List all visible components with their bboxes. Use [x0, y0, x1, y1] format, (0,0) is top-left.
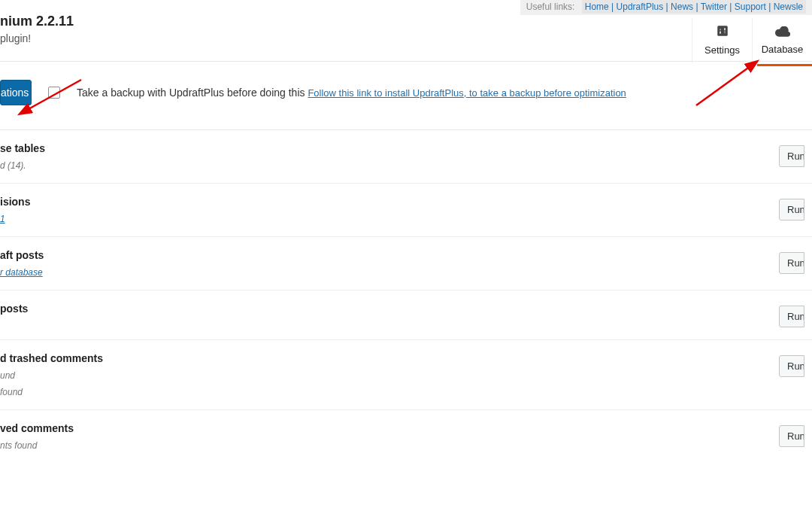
opt-item-posts: posts Run: [0, 291, 812, 340]
opt-title: posts: [0, 303, 779, 315]
opt-item-trashed-comments: d trashed comments und found Run: [0, 340, 812, 410]
opt-item-draft-posts: aft posts r database Run: [0, 237, 812, 291]
svg-rect-0: [717, 26, 728, 36]
header-tabs: Settings Database: [692, 18, 812, 63]
opt-title: aft posts: [0, 249, 779, 261]
install-updraftplus-link[interactable]: Follow this link to install UpdraftPlus,…: [308, 87, 626, 99]
opt-item-revisions: isions 1 Run: [0, 184, 812, 237]
tab-settings[interactable]: Settings: [692, 18, 752, 63]
opt-title: ved comments: [0, 422, 779, 434]
run-button[interactable]: Run: [779, 199, 804, 221]
run-optimizations-button[interactable]: ations: [0, 80, 32, 105]
sliders-icon: [716, 24, 729, 40]
run-button[interactable]: Run: [779, 425, 804, 447]
opt-title: se tables: [0, 142, 779, 154]
opt-title: isions: [0, 196, 779, 208]
run-button[interactable]: Run: [779, 145, 804, 167]
action-row: ations Take a backup with UpdraftPlus be…: [0, 62, 812, 130]
page-subtitle: plugin!: [0, 32, 74, 44]
run-button[interactable]: Run: [779, 306, 804, 327]
optimizations-list: se tables d (14). Run isions 1 Run aft p…: [0, 130, 812, 463]
opt-link[interactable]: r database: [0, 267, 43, 278]
opt-item-tables: se tables d (14). Run: [0, 130, 812, 184]
run-button[interactable]: Run: [779, 252, 804, 274]
backup-checkbox[interactable]: [48, 87, 60, 99]
svg-point-3: [719, 29, 721, 31]
opt-link[interactable]: 1: [0, 214, 5, 224]
opt-title: d trashed comments: [0, 352, 779, 364]
run-button[interactable]: Run: [779, 355, 804, 377]
tab-database[interactable]: Database: [752, 18, 812, 63]
tab-database-label: Database: [762, 44, 804, 55]
page-header: nium 2.2.11 plugin! Settings Data: [0, 0, 812, 62]
opt-desc: d (14).: [0, 160, 779, 171]
opt-desc: und: [0, 370, 779, 381]
opt-item-unapproved-comments: ved comments nts found Run: [0, 410, 812, 463]
opt-desc: nts found: [0, 440, 779, 451]
cloud-icon: [775, 26, 790, 39]
page-title: nium 2.2.11: [0, 14, 74, 29]
opt-desc2: found: [0, 387, 779, 397]
backup-text: Take a backup with UpdraftPlus before do…: [77, 87, 626, 99]
tab-settings-label: Settings: [704, 44, 740, 56]
svg-point-4: [723, 31, 726, 33]
